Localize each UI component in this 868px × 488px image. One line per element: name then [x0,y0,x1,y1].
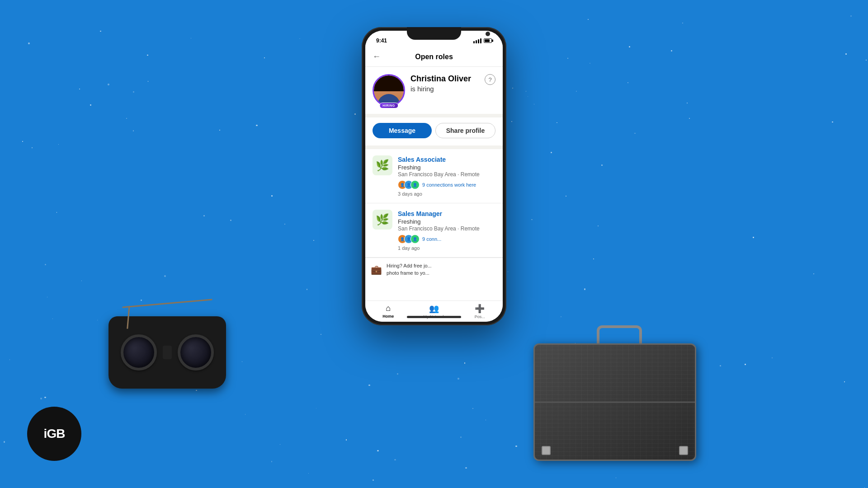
briefcase-body [533,343,696,461]
battery-fill [485,39,490,42]
briefcase-handle [597,325,642,343]
signal-bar-4 [480,38,481,43]
job-company-2: Freshing [398,218,495,225]
job-item-1[interactable]: 🌿 Sales Associate Freshing San Francisco… [365,149,503,203]
signal-bar-3 [478,39,479,43]
igb-logo: iGB [27,407,81,461]
job-list: 🌿 Sales Associate Freshing San Francisco… [365,149,503,300]
action-buttons: Message Share profile [365,117,503,149]
profile-status: is hiring [410,85,479,93]
profile-avatar-wrapper: HIRING [373,74,405,107]
profile-name: Christina Oliver [410,74,479,84]
hiring-badge: HIRING [379,103,398,108]
job-details-2: Sales Manager Freshing San Francisco Bay… [398,210,495,251]
message-button[interactable]: Message [373,123,432,138]
nav-home-label: Home [382,314,394,319]
igb-logo-text: iGB [44,427,65,441]
company-logo-2: 🌿 [373,210,392,230]
binoculars-bridge [163,346,172,359]
phone-device: 9:41 [362,27,506,325]
company-logo-1: 🌿 [373,155,392,175]
promo-text: Hiring? Add free jo...photo frame to yo.… [387,263,432,277]
job-details-1: Sales Associate Freshing San Francisco B… [398,155,495,197]
briefcase-decoration [533,325,705,461]
conn-avatar-1c: 👤 [410,180,420,189]
back-button[interactable]: ← [373,52,381,61]
signal-bar-2 [476,40,477,43]
app-header: ← Open roles [365,47,503,67]
connection-avatars-2: 👤 👤 👤 [398,235,420,244]
job-connections-1: 👤 👤 👤 9 connections work here [398,180,495,189]
job-title-1: Sales Associate [398,155,495,164]
binoculars-right-lens [178,334,214,371]
job-title-2: Sales Manager [398,210,495,218]
post-icon: ➕ [475,304,485,314]
briefcase-clasp-left [542,446,551,455]
nav-post-label: Pos... [475,314,485,319]
nav-post[interactable]: ➕ Pos... [457,304,503,319]
job-company-1: Freshing [398,164,495,171]
connections-text-2: 9 conn... [422,236,441,242]
briefcase-clasp-right [679,446,688,455]
help-icon[interactable]: ? [485,74,495,85]
job-location-2: San Francisco Bay Area · Remote [398,225,495,232]
battery-icon [484,38,492,43]
binoculars-decoration [108,316,235,407]
connections-text-1: 9 connections work here [422,182,476,188]
job-time-2: 1 day ago [398,245,495,251]
app-screen: 9:41 [365,31,503,322]
promo-bar[interactable]: 💼 Hiring? Add free jo...photo frame to y… [365,258,503,281]
status-icons [473,38,492,43]
profile-info: Christina Oliver is hiring [410,74,479,93]
job-item-2[interactable]: 🌿 Sales Manager Freshing San Francisco B… [365,203,503,258]
signal-bar-1 [473,41,475,43]
bottom-nav: ⌂ Home 👥 My Network ➕ Pos... [365,300,503,322]
phone-camera [486,32,490,36]
binoculars-strap [122,299,212,308]
binoculars-left-lens [121,334,157,371]
job-location-1: San Francisco Bay Area · Remote [398,171,495,178]
job-connections-2: 👤 👤 👤 9 conn... [398,235,495,244]
connection-avatars-1: 👤 👤 👤 [398,180,420,189]
phone-home-indicator [407,316,461,318]
share-profile-button[interactable]: Share profile [435,123,495,138]
avatar [373,74,405,107]
status-time: 9:41 [376,38,387,44]
battery-tip [492,40,493,42]
avatar-hair [374,75,404,91]
conn-avatar-2c: 👤 [410,235,420,244]
avatar-face [374,75,404,105]
binoculars-body [108,316,226,389]
nav-home[interactable]: ⌂ Home [365,304,411,319]
phone-wrapper: 9:41 [362,27,506,325]
phone-screen: 9:41 [365,31,503,322]
profile-section: HIRING Christina Oliver is hiring ? [365,67,503,117]
job-time-1: 3 days ago [398,191,495,197]
home-icon: ⌂ [386,304,391,313]
briefcase-divider [535,402,695,403]
page-title: Open roles [415,53,453,61]
promo-icon: 💼 [371,264,382,275]
phone-notch [407,27,461,40]
network-icon: 👥 [429,304,439,314]
